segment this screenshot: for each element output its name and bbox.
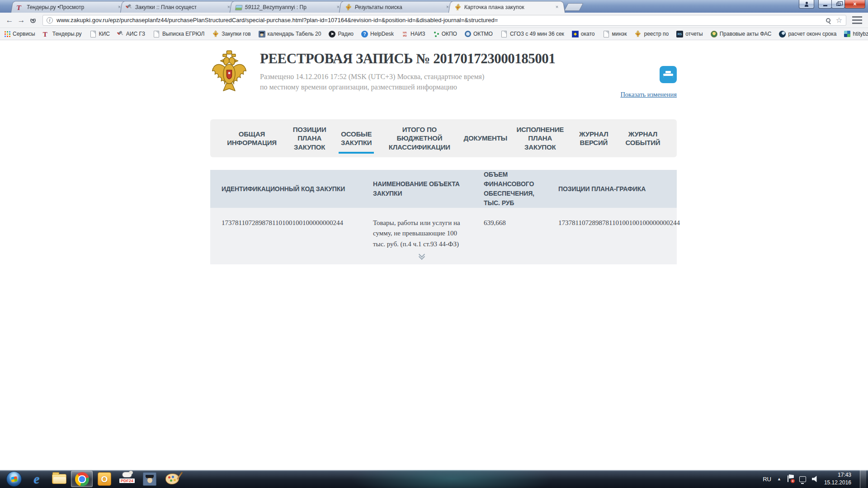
professor-icon bbox=[143, 472, 156, 486]
page-info-icon[interactable]: i bbox=[47, 17, 53, 23]
tab-plan-execution[interactable]: ИСПОЛНЕНИЕ ПЛАНА ЗАКУПОК bbox=[513, 119, 568, 157]
bookmark-minek[interactable]: минэк bbox=[603, 31, 627, 38]
browser-tab-title: Закупки :: План осущест bbox=[135, 4, 226, 10]
bookmark-helpdesk[interactable]: HelpDesk bbox=[361, 31, 394, 38]
close-button[interactable]: × bbox=[844, 0, 865, 9]
browser-tab-image[interactable]: 59112_Bezymyannyi : Пр × bbox=[230, 1, 346, 13]
bookmark-sgoz[interactable]: СГОЗ с 49 мин 36 сек bbox=[500, 31, 564, 38]
tab-plan-positions[interactable]: ПОЗИЦИИ ПЛАНА ЗАКУПОК bbox=[287, 119, 332, 157]
browser-tabstrip: Тендеры.ру •Просмотр × Закупки :: План о… bbox=[12, 1, 581, 13]
bookmark-servisy[interactable]: Сервисы bbox=[5, 31, 35, 37]
tab-general-info[interactable]: ОБЩАЯ ИНФОРМАЦИЯ bbox=[221, 119, 283, 157]
bookmark-reestr[interactable]: реестр по bbox=[634, 30, 669, 38]
bookmark-radio[interactable]: Радио bbox=[329, 31, 354, 38]
print-button[interactable] bbox=[660, 66, 677, 83]
clock[interactable]: 17:43 15.12.2016 bbox=[824, 471, 854, 487]
expand-row-icon[interactable] bbox=[418, 252, 425, 259]
bookmark-htitybz[interactable]: htitybz bbox=[844, 31, 868, 37]
url-text[interactable]: www.zakupki.gov.ru/epz/purchaseplanfz44/… bbox=[57, 17, 826, 23]
language-indicator[interactable]: RU bbox=[763, 476, 771, 483]
image-favicon-icon bbox=[235, 5, 243, 10]
bookmark-raschet[interactable]: расчет оконч срока bbox=[779, 31, 836, 38]
action-center-flag-icon[interactable]: × bbox=[787, 475, 793, 483]
browser-tab-zakupki-plan[interactable]: Закупки :: План осущест × bbox=[120, 1, 237, 13]
tenders-t-icon bbox=[43, 30, 50, 38]
hammer-icon bbox=[118, 31, 124, 37]
zoom-icon[interactable] bbox=[826, 18, 830, 23]
taskbar-professor-app[interactable] bbox=[139, 471, 160, 487]
reload-button[interactable] bbox=[27, 14, 39, 26]
menu-icon[interactable] bbox=[852, 16, 863, 24]
reload-icon bbox=[30, 18, 36, 23]
network-icon[interactable] bbox=[799, 476, 806, 482]
clock-date: 15.12.2016 bbox=[824, 479, 851, 486]
minimize-button[interactable] bbox=[818, 0, 832, 9]
tab-versions-journal[interactable]: ЖУРНАЛ ВЕРСИЙ bbox=[572, 119, 615, 157]
taskbar-chrome-active[interactable] bbox=[71, 471, 93, 487]
bookmark-okato[interactable]: окато bbox=[572, 31, 595, 38]
bookmark-tendery[interactable]: Тендеры.ру bbox=[43, 30, 82, 38]
minimize-icon bbox=[823, 5, 827, 6]
back-button[interactable]: ← bbox=[4, 14, 15, 26]
browser-tab-tenders[interactable]: Тендеры.ру •Просмотр × bbox=[11, 1, 127, 13]
tab-budget-classification[interactable]: ИТОГО ПО БЮДЖЕТНОЙ КЛАССИФИКАЦИИ bbox=[381, 119, 458, 157]
bookmark-star-icon[interactable]: ☆ bbox=[836, 16, 842, 24]
screen: Тендеры.ру •Просмотр × Закупки :: План о… bbox=[0, 0, 868, 488]
eagle-favicon-icon bbox=[454, 4, 462, 11]
tenders-favicon-icon bbox=[16, 4, 24, 11]
bookmark-naiz[interactable]: НАИЗ bbox=[401, 31, 425, 38]
browser-tab-plan-card-active[interactable]: Карточка плана закупок × bbox=[448, 1, 565, 13]
page-content: РЕЕСТРОВАЯ ЗАПИСЬ № 201701723000185001 Р… bbox=[0, 40, 868, 470]
browser-tab-search-results[interactable]: Результаты поиска × bbox=[339, 1, 456, 13]
error-badge-icon: × bbox=[791, 479, 795, 483]
naiz-logo-icon bbox=[401, 31, 408, 38]
bookmark-okpo[interactable]: ОКПО bbox=[433, 31, 457, 37]
system-tray: RU ▲ × 17:43 15.12.2016 bbox=[763, 470, 868, 488]
bookmark-oktmo[interactable]: ОКТМО bbox=[465, 31, 493, 37]
coat-of-arms bbox=[210, 48, 248, 95]
windows-start-icon bbox=[6, 471, 22, 487]
col-header-positions: ПОЗИЦИИ ПЛАНА-ГРАФИКА bbox=[558, 184, 677, 194]
star-square-icon bbox=[572, 31, 579, 38]
bookmark-otchety[interactable]: отчеты bbox=[676, 31, 703, 38]
tab-special-purchases[interactable]: ОСОБЫЕ ЗАКУПКИ bbox=[336, 119, 376, 157]
tab-documents[interactable]: ДОКУМЕНТЫ bbox=[463, 119, 509, 157]
taskbar-ie[interactable]: e bbox=[26, 471, 47, 487]
col-header-ikz: ИДЕНТИФИКАЦИОННЫЙ КОД ЗАКУПКИ bbox=[210, 184, 373, 194]
tiles-icon bbox=[844, 31, 850, 37]
taskbar-pdf24[interactable]: PDF24 bbox=[116, 471, 138, 487]
nodes-icon bbox=[433, 31, 439, 37]
hammer-favicon-icon bbox=[126, 4, 133, 10]
taskbar-paint[interactable] bbox=[161, 471, 183, 487]
page-icon bbox=[154, 31, 159, 38]
start-button[interactable] bbox=[3, 471, 25, 487]
profile-button[interactable] bbox=[799, 0, 814, 9]
clock-time: 17:43 bbox=[838, 472, 851, 478]
tray-expand-icon[interactable]: ▲ bbox=[777, 477, 781, 481]
ring-icon bbox=[465, 31, 471, 37]
bookmark-fas[interactable]: Правовые акты ФАС bbox=[711, 31, 772, 38]
tab-close-icon[interactable]: × bbox=[553, 4, 561, 10]
taskbar-explorer[interactable] bbox=[48, 471, 70, 487]
maximize-button[interactable] bbox=[831, 0, 845, 9]
volume-icon[interactable] bbox=[812, 476, 818, 482]
printer-icon bbox=[663, 71, 673, 79]
paint-palette-icon bbox=[165, 474, 179, 484]
bookmark-kis[interactable]: КИС bbox=[90, 31, 110, 38]
bookmark-egrul[interactable]: Выписка ЕГРЮЛ bbox=[153, 31, 204, 38]
bookmark-ais-gz[interactable]: АИС ГЗ bbox=[118, 31, 145, 37]
bookmark-tabel[interactable]: календарь Табель 20 bbox=[259, 31, 321, 38]
person-icon bbox=[805, 5, 808, 7]
posted-datetime: Размещено 14.12.2016 17:52 (MSK (UTC+3) … bbox=[260, 71, 620, 82]
page-icon bbox=[90, 31, 96, 38]
show-changes-link[interactable]: Показать изменения bbox=[620, 91, 677, 99]
tab-events-journal[interactable]: ЖУРНАЛ СОБЫТИЙ bbox=[620, 119, 666, 157]
show-desktop-button[interactable] bbox=[860, 470, 866, 488]
new-tab-button[interactable] bbox=[564, 3, 583, 11]
forward-button[interactable]: → bbox=[15, 14, 27, 26]
address-bar[interactable]: i www.zakupki.gov.ru/epz/purchaseplanfz4… bbox=[42, 15, 846, 26]
taskbar-outlook[interactable] bbox=[94, 471, 115, 487]
eagle-icon bbox=[212, 30, 219, 38]
bookmarks-bar: Сервисы Тендеры.ру КИС АИС ГЗ Выписка ЕГ… bbox=[0, 28, 868, 40]
bookmark-zakupki-gov[interactable]: Закупки гов bbox=[212, 30, 250, 38]
